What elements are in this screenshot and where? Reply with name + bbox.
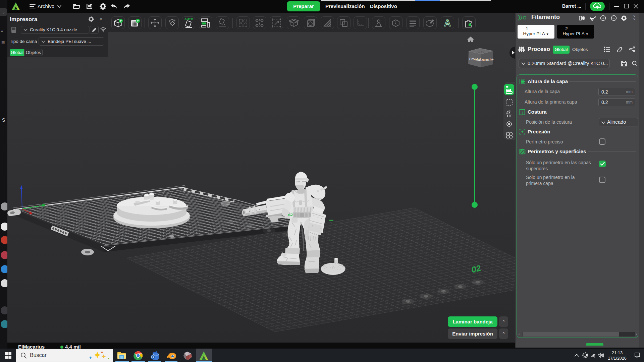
svg-text:Derecha: Derecha — [480, 57, 494, 62]
svg-text:K1 M: K1 M — [478, 51, 484, 54]
svg-text:AUTO: AUTO — [184, 17, 194, 21]
svg-text:A: A — [444, 18, 451, 28]
